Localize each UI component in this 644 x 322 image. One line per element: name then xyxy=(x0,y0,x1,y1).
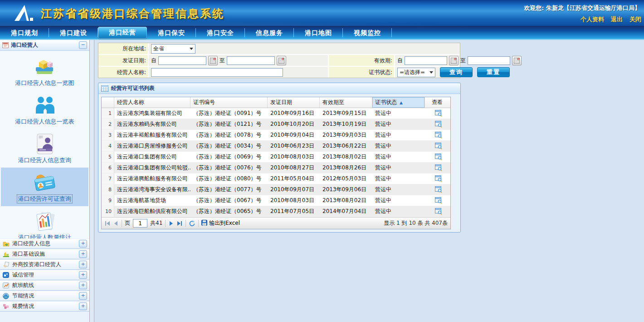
nav-tab-label: 视频监控 xyxy=(354,29,381,37)
view-button[interactable] xyxy=(425,152,449,162)
nav-tab[interactable]: 视频监控 xyxy=(343,26,392,40)
issue-date-from-input[interactable] xyxy=(158,56,206,65)
view-button[interactable] xyxy=(425,184,449,195)
header-link[interactable]: 关闭 xyxy=(629,15,641,24)
cert-no-cell: （苏连）港经证（0080）号 xyxy=(190,173,268,184)
page-title: 江苏省省级港口综合管理信息系统 xyxy=(41,6,224,21)
nav-tab[interactable]: 港口建设 xyxy=(49,26,98,40)
validity-to-input[interactable] xyxy=(468,56,510,65)
view-button[interactable] xyxy=(425,163,449,173)
cert-status-cell: 营运中 xyxy=(372,130,425,140)
expand-button[interactable]: + xyxy=(79,292,87,300)
expiry-date-cell: 2013年06月22日 xyxy=(320,141,372,151)
first-page-button[interactable] xyxy=(104,221,111,226)
pager-divider xyxy=(185,220,186,227)
sidebar-accordion[interactable]: 港口基础设施 + xyxy=(0,249,89,259)
region-select-value: 全省 xyxy=(153,45,164,53)
header-link[interactable]: 退出 xyxy=(611,15,623,24)
nav-tab[interactable]: 港口经营 xyxy=(98,27,147,39)
table-row[interactable]: 2 连云港东粮码头有限公司 （苏连）港经证（0121）号 2010年10月20日… xyxy=(102,119,450,130)
table-row[interactable]: 6 连云港港口集团有限公司轮驳... （苏连）港经证（0076）号 2010年0… xyxy=(102,163,450,173)
query-button[interactable]: 查询 xyxy=(440,67,473,77)
page-number-input[interactable] xyxy=(133,219,147,228)
sidebar-accordion[interactable]: 诚信管理 + xyxy=(0,270,89,280)
column-header-status[interactable]: 证书状态 ▲ xyxy=(372,97,425,108)
column-header-issue-date[interactable]: 发证日期 xyxy=(268,97,320,108)
nav-tab[interactable]: 港口地图 xyxy=(294,26,343,40)
reset-button[interactable]: 重置 xyxy=(477,67,510,77)
app-header: 江苏省省级港口综合管理信息系统 欢迎您: 朱新龙【江苏省交通运输厅港口局】 个人… xyxy=(0,0,644,26)
view-button[interactable] xyxy=(425,195,449,206)
view-button[interactable] xyxy=(425,130,449,140)
view-button[interactable] xyxy=(425,206,449,217)
table-row[interactable]: 5 连云港港口集团有限公司 （苏连）港经证（0069）号 2010年08月03日… xyxy=(102,152,450,163)
nav-tab-label: 港口保安 xyxy=(158,29,185,37)
collapse-button[interactable]: − xyxy=(79,41,87,49)
calendar-icon[interactable] xyxy=(449,56,459,65)
expand-button[interactable]: + xyxy=(79,302,87,310)
sidebar-accordion[interactable]: 规费情况 + xyxy=(0,301,89,312)
cert-status-select[interactable]: =请选择= xyxy=(397,68,435,77)
sidebar-accordion[interactable]: 航班航线 + xyxy=(0,280,89,291)
table-icon xyxy=(101,85,108,92)
infrastructure-icon xyxy=(2,251,10,257)
nav-tab[interactable]: 港口保安 xyxy=(147,26,196,40)
expiry-date-cell: 2012年05月03日 xyxy=(320,173,372,184)
table-row[interactable]: 10 连云港海巨船舶供应有限公司 （苏连）港经证（0065）号 2011年07月… xyxy=(102,206,450,217)
export-excel-button[interactable]: 输出到Excel xyxy=(201,219,240,227)
table-row[interactable]: 3 连云港丰裕船舶服务有限公司 （苏连）港经证（0078）号 2010年09月0… xyxy=(102,130,450,141)
next-page-button[interactable] xyxy=(168,221,174,226)
issue-date-to-input[interactable] xyxy=(227,56,275,65)
view-button[interactable] xyxy=(425,173,449,184)
view-button[interactable] xyxy=(425,108,449,119)
sidebar-item[interactable]: 港口经营人信息一览图 xyxy=(1,52,88,90)
view-button[interactable] xyxy=(425,141,449,151)
total-pages-label: 共41 xyxy=(150,219,162,227)
sidebar-item[interactable]: 港口经营人信息一览表 xyxy=(1,90,88,129)
row-number: 7 xyxy=(102,173,114,184)
sidebar-accordions: 港口经营人信息 + 港口基础设施 + 外商投资港口经营人 + 诚信管理 + 航班… xyxy=(0,238,89,312)
column-header-expiry-date[interactable]: 有效期至 xyxy=(320,97,372,108)
cert-status-cell: 营运中 xyxy=(372,195,425,206)
nav-tab[interactable]: 信息服务 xyxy=(245,26,294,40)
view-button[interactable] xyxy=(425,119,449,129)
prev-page-button[interactable] xyxy=(113,221,119,226)
expand-button[interactable]: + xyxy=(79,250,87,258)
expand-button[interactable]: + xyxy=(79,261,87,268)
calendar-icon[interactable] xyxy=(277,56,286,65)
nav-tab[interactable]: 港口规划 xyxy=(0,26,49,40)
sidebar-accordion[interactable]: 外商投资港口经营人 + xyxy=(0,259,89,270)
column-header-name[interactable]: 经营人名称 xyxy=(114,97,190,108)
cert-no-cell: （苏连）港经证（0069）号 xyxy=(190,152,268,162)
operator-name-cell: 连云港海巨船舶供应有限公司 xyxy=(114,206,190,217)
operator-name-cell: 连云港东鸿集装箱有限公司 xyxy=(114,108,190,119)
expand-button[interactable]: + xyxy=(79,282,87,289)
table-row[interactable]: 9 连云港海航基地货场 （苏连）港经证（0067）号 2010年08月03日 2… xyxy=(102,195,450,206)
expand-button[interactable]: + xyxy=(79,240,87,248)
column-header-cert-no[interactable]: 证书编号 xyxy=(190,97,268,108)
expand-button[interactable]: + xyxy=(79,271,87,279)
calendar-icon[interactable] xyxy=(208,56,218,65)
sidebar-item[interactable]: 港口经营许可证查询 xyxy=(1,168,88,206)
last-page-button[interactable] xyxy=(176,221,183,226)
sidebar-panel-header[interactable]: 港口经营人 − xyxy=(0,40,89,51)
table-row[interactable]: 8 连云港港湾海事安全设备有限... （苏连）港经证（0077）号 2010年0… xyxy=(102,184,450,195)
sidebar-divider xyxy=(90,40,94,322)
header-link[interactable]: 个人资料 xyxy=(581,15,604,24)
region-select[interactable]: 全省 xyxy=(151,44,195,54)
table-row[interactable]: 7 连云港港腾船舶服务有限公司 （苏连）港经证（0080）号 2011年05月0… xyxy=(102,173,450,184)
sidebar-accordion[interactable]: 节能情况 + xyxy=(0,291,89,301)
refresh-button[interactable] xyxy=(189,220,195,227)
header-links: 个人资料退出关闭 xyxy=(581,15,641,24)
nav-tab[interactable]: 港口安全 xyxy=(196,26,245,40)
calendar-icon[interactable] xyxy=(512,56,522,65)
nav-tab-label: 信息服务 xyxy=(256,29,283,37)
table-row[interactable]: 1 连云港东鸿集装箱有限公司 （苏连）港经证（0091）号 2010年09月16… xyxy=(102,108,450,119)
sort-asc-icon: ▲ xyxy=(400,100,403,105)
blocks-icon xyxy=(34,55,55,78)
operator-name-input[interactable] xyxy=(151,68,283,77)
sidebar-accordion[interactable]: 港口经营人信息 + xyxy=(0,238,89,249)
table-row[interactable]: 4 连云港港口房屋维修服务公司 （苏连）港经证（0034）号 2010年06月2… xyxy=(102,141,450,152)
sidebar-item[interactable]: 港口经营人信息查询 xyxy=(1,129,88,168)
validity-from-input[interactable] xyxy=(405,56,447,65)
